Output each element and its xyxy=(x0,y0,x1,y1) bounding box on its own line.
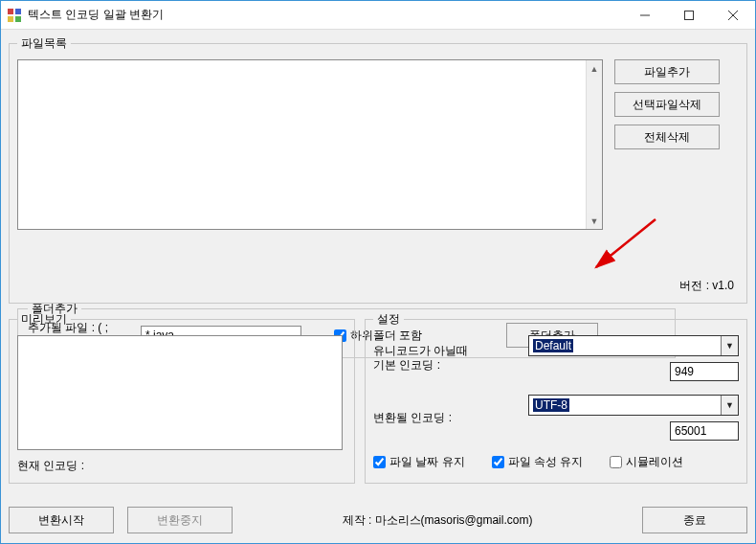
scroll-down-icon[interactable]: ▼ xyxy=(587,213,602,229)
delete-selected-button[interactable]: 선택파일삭제 xyxy=(614,92,720,117)
file-listbox[interactable]: ▲ ▼ xyxy=(17,59,603,230)
preview-textarea[interactable] xyxy=(17,335,343,450)
chevron-down-icon: ▼ xyxy=(721,396,738,415)
close-button[interactable] xyxy=(711,1,755,29)
delete-all-button[interactable]: 전체삭제 xyxy=(614,125,720,149)
target-encoding-combo[interactable]: UTF-8 ▼ xyxy=(528,395,739,416)
version-label: 버전 : v1.0 xyxy=(679,278,734,294)
maximize-button[interactable] xyxy=(667,1,711,29)
current-encoding-label: 현재 인코딩 : xyxy=(17,458,346,474)
keep-attr-checkbox[interactable]: 파일 속성 유지 xyxy=(492,454,584,470)
minimize-button[interactable] xyxy=(623,1,667,29)
keep-attr-label: 파일 속성 유지 xyxy=(508,454,584,470)
svg-rect-1 xyxy=(15,9,21,14)
credit-label: 제작 : 마소리스(masoris@gmail.com) xyxy=(246,512,629,529)
groupbox-settings: 설정 유니코드가 아닐때 기본 인코딩 : Default ▼ 변환될 인코딩 … xyxy=(365,311,747,484)
simulation-label: 시뮬레이션 xyxy=(626,454,683,470)
chevron-down-icon: ▼ xyxy=(721,336,738,355)
window-title: 텍스트 인코딩 일괄 변환기 xyxy=(28,7,623,23)
simulation-input[interactable] xyxy=(610,456,622,468)
simulation-checkbox[interactable]: 시뮬레이션 xyxy=(610,454,683,470)
stop-convert-button[interactable]: 변환중지 xyxy=(127,507,233,533)
target-encoding-code[interactable] xyxy=(670,421,739,441)
keep-date-label: 파일 날짜 유지 xyxy=(389,454,465,470)
app-icon xyxy=(7,8,22,23)
keep-date-checkbox[interactable]: 파일 날짜 유지 xyxy=(373,454,465,470)
exit-button[interactable]: 종료 xyxy=(642,507,747,533)
scroll-up-icon[interactable]: ▲ xyxy=(587,60,602,77)
svg-rect-5 xyxy=(685,11,694,19)
default-encoding-code[interactable] xyxy=(670,362,739,381)
target-encoding-label: 변환될 인코딩 : xyxy=(373,410,498,426)
svg-rect-3 xyxy=(15,16,21,22)
preview-legend: 미리보기 xyxy=(17,311,71,328)
filelist-legend: 파일목록 xyxy=(17,35,71,52)
default-encoding-combo[interactable]: Default ▼ xyxy=(528,335,739,356)
start-convert-button[interactable]: 변환시작 xyxy=(9,507,114,533)
add-file-button[interactable]: 파일추가 xyxy=(614,59,720,84)
default-encoding-label: 유니코드가 아닐때 기본 인코딩 : xyxy=(373,344,498,373)
scrollbar[interactable]: ▲ ▼ xyxy=(586,60,602,229)
groupbox-preview: 미리보기 현재 인코딩 : xyxy=(9,311,355,484)
svg-rect-2 xyxy=(8,16,13,22)
app-window: 텍스트 인코딩 일괄 변환기 파일목록 ▲ ▼ xyxy=(0,0,756,544)
target-encoding-value: UTF-8 xyxy=(533,398,569,412)
default-encoding-value: Default xyxy=(533,339,573,352)
titlebar: 텍스트 인코딩 일괄 변환기 xyxy=(1,1,755,30)
svg-rect-0 xyxy=(8,9,13,14)
settings-legend: 설정 xyxy=(373,311,404,328)
keep-attr-input[interactable] xyxy=(492,456,504,468)
groupbox-filelist: 파일목록 ▲ ▼ 파일추가 선택파일삭제 전체삭제 폴더추가 추가될 파일 : … xyxy=(9,35,747,304)
keep-date-input[interactable] xyxy=(373,456,386,468)
